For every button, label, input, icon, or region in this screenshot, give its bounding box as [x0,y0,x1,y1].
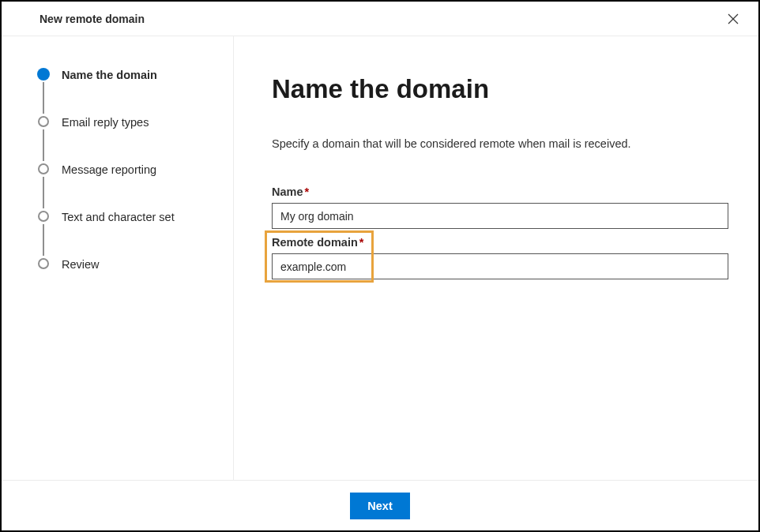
name-field: Name* [272,185,728,229]
dialog-title: New remote domain [40,13,145,25]
step-text-charset[interactable]: Text and character set [38,210,214,257]
close-icon [728,13,739,24]
name-input[interactable] [272,203,728,229]
name-label: Name* [272,185,309,198]
name-label-text: Name [272,185,303,198]
step-dot-icon [38,258,49,269]
step-connector [43,129,44,161]
remote-domain-field: Remote domain* [272,235,728,279]
close-button[interactable] [725,11,741,27]
step-label: Message reporting [62,163,156,176]
step-label: Review [62,258,100,271]
remote-domain-label: Remote domain* [272,236,363,249]
page-description: Specify a domain that will be considered… [272,137,728,150]
step-dot-icon [38,116,49,127]
step-email-reply-types[interactable]: Email reply types [38,115,214,163]
step-dot-icon [38,211,49,222]
step-label: Text and character set [62,211,175,223]
step-connector [43,177,44,208]
wizard-steps-sidebar: Name the domain Email reply types Messag… [2,36,234,480]
required-mark: * [359,236,364,249]
step-label: Name the domain [62,69,157,81]
step-connector [43,82,44,114]
dialog-footer: Next [2,480,758,530]
step-dot-icon [38,163,49,174]
next-button[interactable]: Next [350,493,409,519]
step-message-reporting[interactable]: Message reporting [38,163,214,210]
step-name-domain[interactable]: Name the domain [38,68,214,115]
main-content: Name the domain Specify a domain that wi… [234,36,758,480]
page-title: Name the domain [272,74,728,104]
step-dot-icon [37,68,50,81]
required-mark: * [305,185,310,198]
step-connector [43,224,44,256]
step-review[interactable]: Review [38,257,214,272]
dialog-header: New remote domain [2,2,758,36]
remote-domain-label-text: Remote domain [272,236,358,249]
remote-domain-input[interactable] [272,253,728,279]
step-label: Email reply types [62,116,149,129]
